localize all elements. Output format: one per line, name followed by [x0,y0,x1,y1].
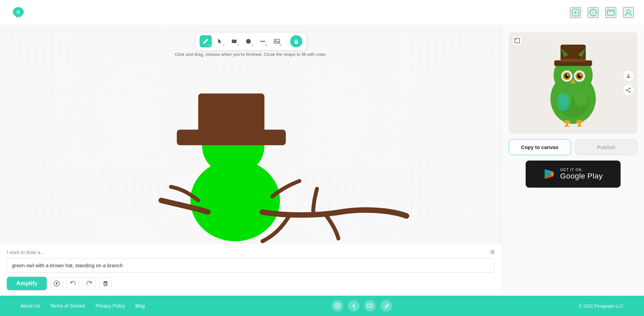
svg-point-51 [575,120,583,123]
svg-point-54 [626,89,627,91]
copy-to-canvas-button[interactable]: Copy to canvas [509,139,571,155]
user-icon[interactable] [623,7,634,18]
svg-point-59 [336,305,338,307]
prompt-input[interactable] [7,258,495,273]
owl-illustration [536,39,610,127]
publish-button[interactable]: Publish [575,139,638,155]
svg-point-50 [563,120,570,123]
svg-rect-27 [515,38,520,43]
clear-button[interactable] [99,277,112,290]
footer: About Us Terms of Service Privacy Policy… [0,296,644,316]
expand-icon[interactable] [512,36,522,46]
svg-point-19 [296,42,297,43]
logo[interactable] [10,4,26,21]
toolbar-divider [286,37,287,45]
select-tool[interactable]: 2 [214,35,226,47]
prompt-label-row: I want to draw a... ⚙ [7,249,495,255]
redo-button[interactable] [83,277,96,290]
footer-about[interactable]: About Us [20,303,40,309]
right-panel: Copy to canvas Publish [502,25,644,296]
image-tool[interactable]: 6 [271,35,283,47]
rectangle-tool[interactable]: 3 [228,35,240,47]
svg-point-53 [629,91,630,92]
google-play-get-it: GET IT ON [560,168,603,172]
line-tool[interactable]: 5 [256,35,269,47]
svg-point-46 [580,74,581,76]
lock-tool[interactable] [290,35,302,47]
svg-rect-23 [198,93,264,132]
svg-line-56 [627,90,629,91]
drawing-toolbar: 1 2 3 4 [195,32,307,50]
generated-image-container [509,32,638,134]
paint-icon-button[interactable] [50,277,63,290]
google-play-text: GET IT ON Google Play [560,168,603,181]
tumblr-icon[interactable] [348,300,359,312]
google-play-icon [543,168,555,180]
compass-icon[interactable] [588,7,599,18]
footer-social [332,300,392,312]
main-layout: 1 2 3 4 [0,25,644,296]
footer-privacy[interactable]: Privacy Policy [96,303,125,309]
amplify-button[interactable]: Amplify [7,277,47,290]
svg-point-45 [567,74,568,76]
bottom-actions: Amplify [7,277,495,290]
youtube-icon[interactable] [364,300,376,312]
undo-button[interactable] [66,277,79,290]
pencil-tool[interactable]: 1 [199,35,212,47]
instagram-icon[interactable] [332,300,343,312]
drawing-canvas[interactable] [0,25,502,243]
svg-point-52 [629,88,630,89]
footer-blog[interactable]: Blog [135,303,145,309]
svg-point-14 [246,39,251,44]
svg-point-4 [592,12,594,13]
prompt-label: I want to draw a... [7,250,44,255]
circle-tool[interactable]: 4 [242,35,254,47]
share-button[interactable] [623,84,634,96]
prompt-settings-button[interactable]: ⚙ [490,249,495,255]
svg-point-43 [564,74,569,78]
footer-links: About Us Terms of Service Privacy Policy… [20,303,145,309]
svg-marker-62 [369,305,371,307]
gallery-icon[interactable] [605,7,616,18]
footer-terms[interactable]: Terms of Service [50,303,85,309]
svg-point-12 [627,10,630,13]
footer-copyright: © 2022 Pinegraph LLC [579,303,624,309]
svg-point-60 [338,304,339,305]
image-side-actions [623,70,634,96]
svg-rect-38 [560,59,585,62]
svg-rect-16 [274,39,279,43]
bottom-panel: I want to draw a... ⚙ Amplify [0,243,502,296]
google-play-store-name: Google Play [560,172,603,181]
svg-rect-58 [335,303,340,308]
header [0,0,644,25]
right-panel-buttons: Copy to canvas Publish [509,139,638,155]
canvas-area[interactable]: 1 2 3 4 [0,25,502,296]
tiktok-icon[interactable] [380,300,392,312]
google-play-badge[interactable]: GET IT ON Google Play [526,161,621,188]
svg-line-55 [627,89,629,90]
add-icon[interactable] [570,7,581,18]
svg-point-44 [577,74,582,78]
download-button[interactable] [623,70,634,82]
svg-rect-13 [232,40,236,43]
header-actions [570,7,634,18]
svg-point-34 [557,93,569,111]
